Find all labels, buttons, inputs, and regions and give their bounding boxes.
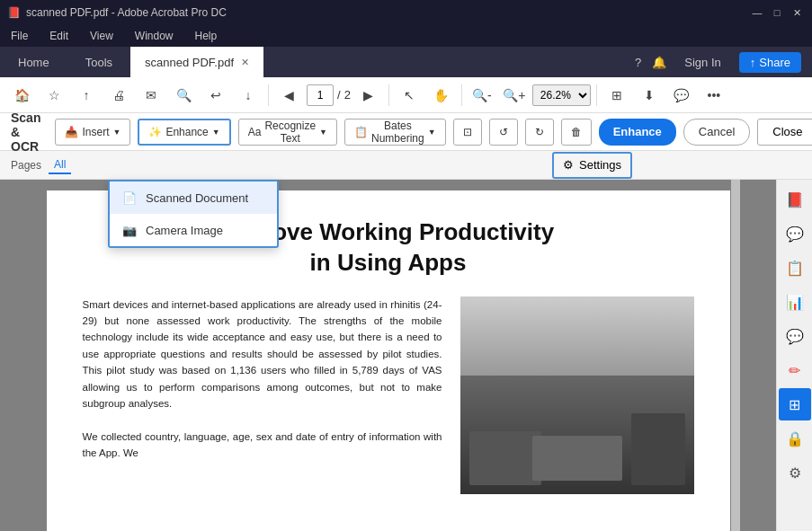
tab-tools[interactable]: Tools: [67, 47, 130, 77]
pdf-image: [460, 296, 694, 494]
page-separator: /: [337, 88, 341, 102]
cancel-button[interactable]: Cancel: [683, 119, 750, 146]
tab-bar-right: ? 🔔 Sign In ↑ Share: [624, 47, 812, 77]
all-tab[interactable]: All: [49, 156, 71, 174]
main-toolbar: 🏠 ☆ ↑ 🖨 ✉ 🔍 ↩ ↓ ◀ / 2 ▶ ↖ ✋ 🔍- 🔍+ 26.2% …: [0, 77, 812, 113]
title-bar-text: scanned PDF.pdf - Adobe Acrobat Pro DC: [26, 6, 227, 19]
ocr-title: Scan & OCR: [11, 111, 40, 154]
title-bar-left: 📕 scanned PDF.pdf - Adobe Acrobat Pro DC: [7, 6, 227, 19]
scan-icon-button[interactable]: ⊡: [453, 119, 482, 146]
separator-3: [461, 84, 462, 106]
sidebar-edit-button[interactable]: 📊: [779, 286, 811, 318]
menu-edit[interactable]: Edit: [46, 28, 72, 44]
bates-numbering-button[interactable]: 📋 Bates Numbering ▼: [344, 119, 446, 146]
dropdown-camera-image[interactable]: 📷 Camera Image: [110, 214, 277, 246]
separator-2: [388, 84, 389, 106]
settings-gear-icon: ⚙: [563, 158, 574, 172]
pdf-body-text: Smart devices and internet-based applica…: [83, 296, 442, 494]
separator-4: [596, 84, 597, 106]
sidebar-comment-button[interactable]: 💬: [779, 320, 811, 352]
delete-button[interactable]: 🗑: [561, 119, 592, 146]
comment-button[interactable]: 💬: [667, 81, 696, 110]
page-navigation: / 2: [307, 84, 351, 106]
extract-button[interactable]: ⬇: [635, 81, 664, 110]
home-tool-button[interactable]: 🏠: [7, 81, 36, 110]
download-button[interactable]: ↓: [234, 81, 263, 110]
tab-close-button[interactable]: ✕: [241, 57, 249, 68]
menu-help[interactable]: Help: [192, 28, 221, 44]
rotate-right-button[interactable]: ↻: [525, 119, 554, 146]
prev-page-button[interactable]: ◀: [274, 81, 303, 110]
select-tool-button[interactable]: ↖: [395, 81, 424, 110]
menu-file[interactable]: File: [7, 28, 31, 44]
close-button[interactable]: ✕: [789, 4, 805, 21]
notification-icon[interactable]: 🔔: [652, 56, 666, 69]
separator-1: [268, 84, 269, 106]
settings-panel[interactable]: ⚙ Settings: [552, 152, 632, 179]
email-button[interactable]: ✉: [137, 81, 165, 110]
tab-bar: Home Tools scanned PDF.pdf ✕ ? 🔔 Sign In…: [0, 47, 812, 77]
share-button[interactable]: ↑ Share: [739, 52, 801, 73]
app-icon: 📕: [7, 6, 21, 19]
right-sidebar: 📕 💬 📋 📊 💬 ✏ ⊞ 🔒 ⚙: [776, 180, 812, 531]
next-page-button[interactable]: ▶: [354, 81, 383, 110]
sidebar-protect-button[interactable]: 🔒: [779, 422, 811, 455]
page-number-input[interactable]: [307, 84, 334, 106]
bates-icon: 📋: [354, 126, 368, 138]
sidebar-export-button[interactable]: 💬: [779, 217, 811, 250]
help-icon[interactable]: ?: [635, 56, 641, 69]
title-bar-controls[interactable]: — □ ✕: [749, 4, 805, 21]
camera-image-icon: 📷: [120, 221, 138, 239]
rotate-left-button[interactable]: ↺: [489, 119, 518, 146]
sidebar-more-button[interactable]: ⚙: [779, 456, 811, 489]
enhance-dropdown-button[interactable]: ✨ Enhance ▼: [138, 119, 230, 146]
enhance-dropdown-menu: 📄 Scanned Document 📷 Camera Image: [108, 180, 279, 248]
tab-home[interactable]: Home: [0, 47, 67, 77]
zoom-select[interactable]: 26.2% 50% 75% 100%: [532, 84, 591, 106]
recognize-chevron-icon: ▼: [319, 128, 327, 137]
bates-chevron-icon: ▼: [428, 128, 436, 137]
share-icon: ↑: [750, 56, 756, 69]
search-button[interactable]: 🔍: [169, 81, 198, 110]
menu-view[interactable]: View: [86, 28, 117, 44]
settings-label: Settings: [579, 158, 621, 172]
pdf-content: Smart devices and internet-based applica…: [83, 296, 694, 494]
sign-in-button[interactable]: Sign In: [677, 52, 727, 73]
enhance-primary-button[interactable]: Enhance: [599, 119, 676, 146]
insert-chevron-icon: ▼: [112, 128, 120, 137]
title-bar: 📕 scanned PDF.pdf - Adobe Acrobat Pro DC…: [0, 0, 812, 25]
tab-doc-label: scanned PDF.pdf: [145, 56, 234, 69]
sidebar-fill-sign-button[interactable]: ✏: [779, 354, 811, 386]
dropdown-scanned-doc[interactable]: 📄 Scanned Document: [110, 181, 277, 214]
tab-document[interactable]: scanned PDF.pdf ✕: [130, 47, 263, 77]
more-tools-button[interactable]: •••: [700, 81, 728, 110]
maximize-button[interactable]: □: [769, 4, 785, 21]
bookmark-button[interactable]: ☆: [40, 81, 68, 110]
back-button[interactable]: ↩: [201, 81, 230, 110]
meeting-image: [460, 296, 694, 494]
hand-tool-button[interactable]: ✋: [427, 81, 456, 110]
sidebar-scan-ocr-button[interactable]: ⊞: [779, 388, 811, 420]
ocr-toolbar: Scan & OCR 📥 Insert ▼ ✨ Enhance ▼ Aa Rec…: [0, 113, 812, 151]
recognize-text-button[interactable]: Aa Recognize Text ▼: [238, 119, 337, 146]
menu-bar: File Edit View Window Help: [0, 25, 812, 47]
menu-window[interactable]: Window: [131, 28, 177, 44]
upload-button[interactable]: ↑: [72, 81, 101, 110]
enhance-icon: ✨: [148, 126, 162, 138]
enhance-chevron-icon: ▼: [212, 128, 220, 137]
insert-icon: 📥: [65, 126, 78, 138]
insert-button[interactable]: 📥 Insert ▼: [55, 119, 130, 146]
close-button[interactable]: Close: [757, 119, 812, 146]
zoom-in-button[interactable]: 🔍+: [500, 81, 529, 110]
print-button[interactable]: 🖨: [104, 81, 133, 110]
minimize-button[interactable]: —: [749, 4, 765, 21]
crop-button[interactable]: ⊞: [602, 81, 631, 110]
scrollbar[interactable]: [731, 180, 740, 531]
total-pages: 2: [344, 88, 351, 102]
pages-label: Pages: [11, 159, 41, 172]
sidebar-organize-button[interactable]: 📋: [779, 252, 811, 284]
zoom-out-button[interactable]: 🔍-: [468, 81, 496, 110]
scanned-doc-icon: 📄: [120, 189, 138, 207]
sub-toolbar: Pages All 📄 Scanned Document 📷 Camera Im…: [0, 151, 812, 180]
sidebar-export-pdf-button[interactable]: 📕: [779, 183, 811, 216]
